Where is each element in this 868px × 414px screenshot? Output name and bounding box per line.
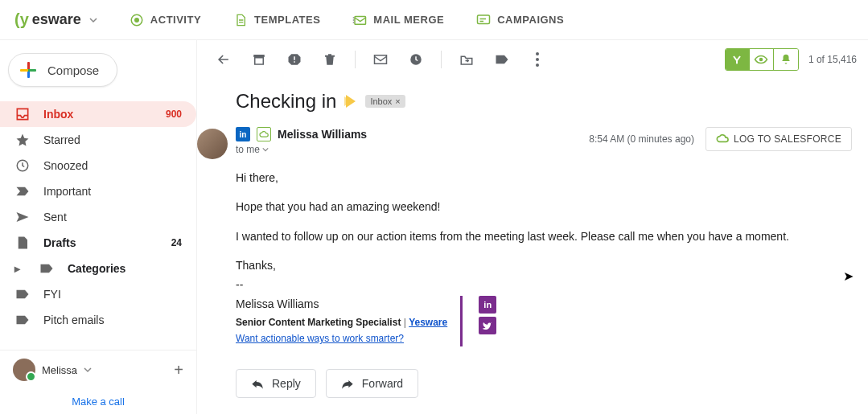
tracking-eye-pill[interactable] [750,49,774,70]
make-call-link[interactable]: Make a call [0,389,196,414]
folder-label: Starred [43,133,80,146]
chevron-down-icon [84,366,92,374]
brand-text: esware [32,11,81,28]
back-button[interactable] [208,44,239,75]
folder-label: Snoozed [43,159,88,172]
linkedin-social-icon[interactable]: in [479,296,496,314]
linkedin-icon[interactable]: in [236,127,250,141]
nav-mailmerge[interactable]: MAIL MERGE [352,13,444,27]
user-avatar [13,359,35,381]
snooze-button[interactable] [401,44,431,75]
folder-label: Categories [68,262,125,275]
body-paragraph: Hope that you had an amazing weekend! [236,199,852,215]
nav-campaigns[interactable]: CAMPAIGNS [476,13,564,27]
chevron-down-icon [262,146,269,153]
sender-avatar[interactable] [197,129,228,159]
spam-button[interactable] [279,44,310,75]
forward-label: Forward [362,377,403,390]
reply-label: Reply [272,377,301,390]
mark-unread-button[interactable] [365,44,396,75]
folder-label: Sent [43,211,67,223]
svg-point-10 [536,52,539,55]
svg-rect-5 [253,55,265,57]
svg-rect-2 [355,16,366,24]
body-paragraph: I wanted to follow up on our action item… [236,228,852,244]
pipe: | [401,317,409,328]
user-name: Melissa [42,364,77,376]
sidebar-item-snoozed[interactable]: Snoozed [0,153,196,178]
salesforce-cloud-icon[interactable] [257,127,271,141]
templates-icon [233,13,248,27]
folder-label: Important [43,185,91,198]
svg-rect-6 [294,56,295,60]
recipient-line[interactable]: to me [236,144,367,155]
folder-label: Inbox [43,108,73,121]
reply-button[interactable]: Reply [236,369,316,398]
email-signature: Melissa Williams Senior Content Marketin… [236,296,852,346]
activity-icon [130,13,144,27]
sidebar-item-sent[interactable]: Sent [0,204,196,230]
inbox-count: 900 [166,109,182,120]
compose-button[interactable]: Compose [8,53,117,87]
important-marker-icon[interactable] [346,95,356,108]
sidebar-item-fyi[interactable]: FYI [0,281,196,307]
yesware-logo-pill[interactable] [726,49,750,70]
chevron-down-icon [89,16,97,24]
sidebar-item-categories[interactable]: ▸ Categories [0,256,196,281]
folder-list: Inbox 900 Starred Snoozed Important Sent [0,101,196,333]
campaigns-icon [476,13,491,27]
yesware-logo[interactable]: (yesware [14,10,97,29]
hangouts-user-row[interactable]: Melissa + [0,350,196,389]
nav-label: TEMPLATES [254,14,320,26]
svg-point-11 [536,58,539,61]
sidebar-item-drafts[interactable]: Drafts 24 [0,230,196,256]
more-button[interactable] [522,44,553,75]
inbox-label-chip[interactable]: Inbox × [365,95,405,108]
twitter-social-icon[interactable] [479,317,496,334]
sidebar-item-pitch[interactable]: Pitch emails [0,307,196,333]
sidebar: Compose Inbox 900 Starred Snoozed Import… [0,40,197,414]
body-paragraph: Hi there, [236,170,852,186]
signature-title: Senior Content Marketing Specialist [236,317,401,328]
inbox-icon [14,106,31,122]
forward-icon [341,378,354,389]
delete-button[interactable] [315,44,345,75]
nav-label: MAIL MERGE [373,14,444,26]
close-icon[interactable]: × [395,96,400,106]
svg-point-12 [536,64,539,67]
sidebar-item-inbox[interactable]: Inbox 900 [0,101,196,127]
pagination-label: 1 of 15,416 [808,54,857,65]
compose-label: Compose [47,64,99,77]
nav-label: ACTIVITY [150,14,201,26]
add-contact-button[interactable]: + [174,361,183,379]
nav-templates[interactable]: TEMPLATES [233,13,320,27]
drafts-count: 24 [171,237,182,248]
star-icon [14,132,31,148]
forward-button[interactable]: Forward [326,369,418,398]
sidebar-item-important[interactable]: Important [0,178,196,204]
bell-pill[interactable] [774,49,798,70]
move-to-button[interactable] [451,44,482,75]
svg-point-14 [760,59,763,61]
folder-label: FYI [43,288,61,301]
folder-label: Drafts [43,236,76,249]
clock-icon [14,158,31,174]
label-icon [14,286,31,302]
nav-activity[interactable]: ACTIVITY [130,13,201,27]
labels-button[interactable] [487,44,517,75]
sender-name: Melissa Williams [278,128,367,141]
svg-point-1 [135,18,139,22]
label-icon [14,312,31,328]
log-to-salesforce-button[interactable]: LOG TO SALESFORCE [706,127,852,151]
content-pane: 1 of 15,416 Checking in Inbox × in Meli [197,40,868,414]
message-toolbar: 1 of 15,416 [197,40,868,79]
signature-company-link[interactable]: Yesware [409,317,447,328]
yesware-top-bar: (yesware ACTIVITY TEMPLATES MAIL MERGE C… [0,0,868,40]
svg-rect-7 [294,61,295,63]
signature-cta-link[interactable]: Want actionable ways to work smarter? [236,333,404,344]
reply-icon [251,378,264,389]
sent-icon [14,209,31,225]
body-paragraph: Thanks, [236,257,852,273]
sidebar-item-starred[interactable]: Starred [0,127,196,153]
archive-button[interactable] [244,44,274,75]
